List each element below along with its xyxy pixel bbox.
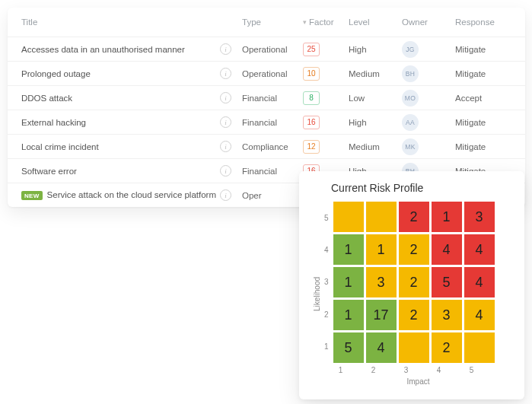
table-header-row: Title Type ▾ Factor Level Owner Response <box>8 8 525 37</box>
owner-avatar[interactable]: JG <box>402 41 419 58</box>
heatmap-cell[interactable]: 2 <box>432 332 462 363</box>
heatmap-xlabel: Impact <box>324 377 512 386</box>
col-response[interactable]: Response <box>455 17 516 27</box>
level-cell: High <box>349 118 402 127</box>
factor-badge: 12 <box>303 140 320 154</box>
response-cell: Mitigate <box>455 69 516 78</box>
factor-cell: 16 <box>303 116 349 129</box>
xtick: 3 <box>390 366 422 374</box>
heatmap-cell[interactable]: 4 <box>464 300 495 330</box>
heatmap-grid: 2131124413254117234542 <box>333 202 495 363</box>
col-type[interactable]: Type <box>242 17 303 27</box>
ytick: 3 <box>324 267 329 297</box>
risk-title: DDOS attack <box>21 94 72 103</box>
new-badge: NEW <box>21 191 43 200</box>
owner-cell: MO <box>402 90 455 107</box>
heatmap-cell[interactable]: 1 <box>366 234 397 265</box>
heatmap-cell[interactable]: 17 <box>366 300 397 330</box>
col-level[interactable]: Level <box>349 17 402 27</box>
type-cell: Operational <box>242 69 303 78</box>
owner-avatar[interactable]: BH <box>402 65 419 82</box>
heatmap-cell[interactable]: 1 <box>432 202 462 232</box>
heatmap-cell[interactable] <box>399 332 429 363</box>
owner-avatar[interactable]: MK <box>402 138 419 155</box>
risk-heatmap-panel: Current Risk Profile Likelihood 54321 21… <box>299 171 524 399</box>
title-cell: Accesses data in an unauthorised manneri <box>21 43 242 55</box>
risk-title: Local crime incident <box>21 142 99 151</box>
info-icon[interactable]: i <box>220 116 231 128</box>
heatmap-cell[interactable]: 2 <box>399 300 429 330</box>
info-icon[interactable]: i <box>220 189 231 201</box>
owner-cell: JG <box>402 41 455 58</box>
level-cell: Low <box>349 94 402 103</box>
response-cell: Mitigate <box>455 118 516 127</box>
title-cell: Local crime incidenti <box>21 141 242 152</box>
heatmap-cell[interactable]: 3 <box>464 202 495 232</box>
table-row[interactable]: DDOS attackiFinancial8LowMOAccept <box>8 85 525 110</box>
col-title[interactable]: Title <box>21 17 242 27</box>
table-row[interactable]: Accesses data in an unauthorised manneri… <box>8 37 525 61</box>
heatmap-cell[interactable]: 3 <box>432 300 462 330</box>
risk-title: Accesses data in an unauthorised manner <box>21 45 185 54</box>
table-row[interactable]: External hackingiFinancial16HighAAMitiga… <box>8 110 525 134</box>
title-cell: External hackingi <box>21 116 242 128</box>
info-icon[interactable]: i <box>220 68 231 79</box>
level-cell: High <box>349 45 402 54</box>
owner-cell: AA <box>402 114 455 131</box>
xtick: 4 <box>422 366 455 374</box>
table-row[interactable]: Prolonged outageiOperational10MediumBHMi… <box>8 61 525 85</box>
risk-title: External hacking <box>21 118 86 127</box>
owner-cell: BH <box>402 65 455 82</box>
heatmap-yticks: 54321 <box>324 202 329 363</box>
heatmap-cell[interactable] <box>464 332 495 363</box>
heatmap-cell[interactable]: 4 <box>432 234 462 265</box>
heatmap-cell[interactable] <box>366 202 397 232</box>
factor-badge: 10 <box>303 67 320 81</box>
heatmap-cell[interactable]: 5 <box>432 267 462 297</box>
risk-title: Prolonged outage <box>21 69 91 78</box>
heatmap-cell[interactable] <box>333 202 364 232</box>
heatmap-cell[interactable]: 1 <box>333 267 364 297</box>
info-icon[interactable]: i <box>220 141 231 152</box>
heatmap-cell[interactable]: 3 <box>366 267 397 297</box>
level-cell: Medium <box>349 69 402 78</box>
table-row[interactable]: Local crime incidentiCompliance12MediumM… <box>8 134 525 158</box>
heatmap-title: Current Risk Profile <box>331 182 512 194</box>
owner-avatar[interactable]: AA <box>402 114 419 131</box>
info-icon[interactable]: i <box>220 92 231 103</box>
level-cell: Medium <box>349 142 402 151</box>
xtick: 1 <box>324 366 357 374</box>
col-owner[interactable]: Owner <box>402 17 455 27</box>
heatmap-cell[interactable]: 1 <box>333 300 364 330</box>
response-cell: Accept <box>455 94 516 103</box>
info-icon[interactable]: i <box>220 43 231 55</box>
heatmap-cell[interactable]: 4 <box>464 234 495 265</box>
xtick: 2 <box>357 366 390 374</box>
factor-badge: 16 <box>303 116 320 129</box>
owner-avatar[interactable]: MO <box>402 90 419 107</box>
factor-cell: 8 <box>303 91 349 105</box>
title-cell: Prolonged outagei <box>21 68 242 79</box>
info-icon[interactable]: i <box>220 165 231 177</box>
heatmap-cell[interactable]: 4 <box>366 332 397 363</box>
type-cell: Compliance <box>242 142 303 151</box>
risk-title: Service attack on the cloud service plat… <box>47 190 216 199</box>
response-cell: Mitigate <box>455 45 516 54</box>
type-cell: Operational <box>242 45 303 54</box>
heatmap-cell[interactable]: 1 <box>333 234 364 265</box>
ytick: 4 <box>324 235 329 266</box>
factor-badge: 8 <box>303 91 320 105</box>
heatmap-cell[interactable]: 2 <box>399 202 429 232</box>
risk-title: Software error <box>21 167 77 176</box>
heatmap-cell[interactable]: 2 <box>399 267 429 297</box>
heatmap-cell[interactable]: 5 <box>333 332 364 363</box>
ytick: 5 <box>324 202 329 233</box>
response-cell: Mitigate <box>455 142 516 151</box>
type-cell: Financial <box>242 118 303 127</box>
title-cell: NEWService attack on the cloud service p… <box>21 189 242 201</box>
type-cell: Oper <box>242 191 303 200</box>
heatmap-cell[interactable]: 2 <box>399 234 429 265</box>
col-factor[interactable]: ▾ Factor <box>303 17 349 27</box>
heatmap-cell[interactable]: 4 <box>464 267 495 297</box>
factor-badge: 25 <box>303 43 320 56</box>
